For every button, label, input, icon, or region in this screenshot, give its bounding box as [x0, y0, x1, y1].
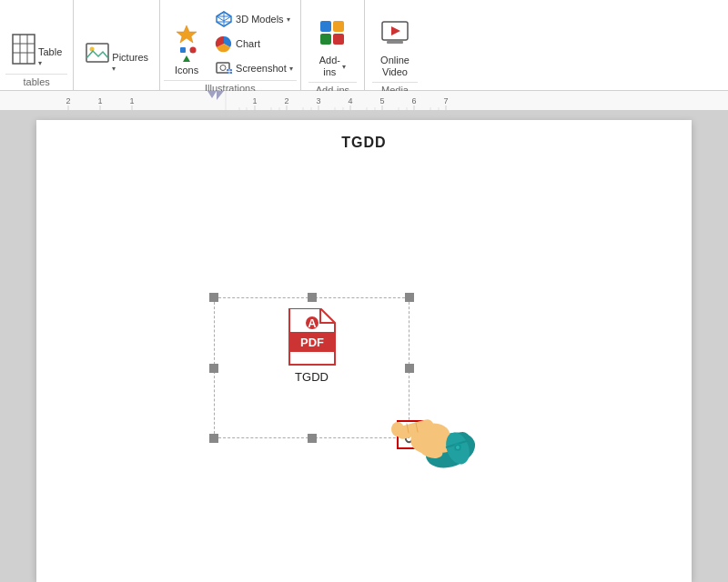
svg-rect-0 [13, 35, 35, 64]
handle-middle-right[interactable] [405, 364, 414, 373]
hand-cursor [387, 397, 487, 479]
svg-text:2: 2 [66, 96, 70, 105]
ruler: 2 1 1 1 2 3 4 5 6 7 [0, 91, 728, 111]
icons-label: Icons [175, 65, 198, 76]
svg-rect-8 [180, 47, 186, 53]
svg-text:1: 1 [97, 96, 102, 105]
ruler-svg: 2 1 1 1 2 3 4 5 6 7 [0, 91, 728, 111]
svg-point-12 [220, 65, 226, 71]
ribbon-toolbar: Table ▾ tables Pictures ▾ [0, 0, 728, 91]
3d-models-button[interactable]: 3D Models ▾ [211, 7, 297, 31]
table-button[interactable]: Table ▾ [5, 11, 67, 71]
handle-middle-left[interactable] [209, 364, 218, 373]
svg-marker-23 [391, 26, 400, 35]
screenshot-dropdown-arrow: ▾ [289, 65, 293, 73]
svg-point-82 [456, 446, 460, 449]
chart-button[interactable]: Chart [211, 32, 297, 55]
pdf-object[interactable]: PDF A TGDD [286, 308, 339, 384]
add-ins-icon [318, 19, 346, 46]
add-ins-dropdown-arrow: ▾ [342, 63, 346, 71]
handle-bottom-left[interactable] [209, 434, 218, 443]
add-ins-group: Add-ins ▾ Add-ins [301, 0, 365, 90]
add-ins-button[interactable]: Add-ins ▾ [309, 7, 355, 82]
online-video-label: OnlineVideo [380, 55, 410, 78]
hand-cursor-svg [387, 397, 487, 479]
svg-text:6: 6 [411, 96, 416, 105]
add-ins-label: Add-ins [319, 55, 340, 78]
icons-button[interactable]: Icons [164, 17, 209, 80]
svg-text:1: 1 [129, 96, 134, 105]
svg-text:4: 4 [348, 96, 352, 105]
pictures-button[interactable]: Pictures ▾ [79, 16, 154, 76]
object-label: TGDD [295, 370, 329, 384]
online-video-button[interactable]: OnlineVideo [372, 7, 418, 82]
svg-text:2: 2 [284, 96, 288, 105]
table-icon [11, 33, 36, 65]
svg-text:3: 3 [316, 96, 320, 105]
svg-rect-16 [320, 21, 331, 32]
table-dropdown-arrow: ▾ [38, 59, 42, 67]
pictures-dropdown-arrow: ▾ [112, 65, 116, 73]
screenshot-button[interactable]: Screenshot ▾ [211, 56, 297, 80]
pictures-icon [85, 38, 110, 71]
3d-models-icon [215, 10, 233, 28]
screenshot-icon [215, 59, 233, 77]
pictures-group: Pictures ▾ [74, 0, 160, 90]
svg-rect-17 [333, 21, 344, 32]
3d-models-dropdown-arrow: ▾ [287, 15, 290, 24]
tables-group-label: tables [5, 74, 67, 90]
svg-rect-25 [0, 91, 728, 111]
document-title: TGDD [36, 135, 692, 151]
svg-rect-24 [387, 41, 403, 44]
handle-top-right[interactable] [405, 293, 414, 302]
svg-rect-5 [86, 44, 108, 62]
svg-text:5: 5 [379, 96, 384, 105]
icons-icon [173, 22, 200, 64]
illustrations-group: Icons 3D Models ▾ [160, 0, 301, 90]
media-group: OnlineVideo Media [365, 0, 425, 90]
left-margin [0, 111, 36, 582]
svg-text:PDF: PDF [300, 336, 324, 349]
chart-icon [215, 35, 233, 53]
handle-top-middle[interactable] [308, 293, 317, 302]
chart-label: Chart [236, 38, 260, 49]
svg-rect-19 [333, 34, 344, 45]
table-label: Table [38, 46, 62, 58]
embedded-object-container[interactable]: PDF A TGDD [214, 297, 410, 438]
document-area: TGDD [0, 111, 728, 582]
tables-group: Table ▾ tables [0, 0, 74, 90]
svg-marker-7 [177, 25, 197, 43]
svg-text:A: A [308, 316, 317, 330]
svg-text:1: 1 [252, 96, 257, 105]
online-video-icon [381, 21, 409, 45]
handle-top-left[interactable] [209, 293, 218, 302]
svg-text:7: 7 [443, 96, 448, 105]
svg-rect-18 [320, 34, 331, 45]
handle-bottom-middle[interactable] [308, 434, 317, 443]
document-page[interactable]: TGDD [36, 120, 692, 582]
pictures-label: Pictures [112, 52, 148, 64]
svg-marker-10 [183, 55, 190, 62]
svg-point-9 [190, 46, 197, 53]
3d-models-label: 3D Models [236, 14, 284, 25]
pdf-file-icon: PDF A [286, 308, 339, 366]
svg-point-72 [391, 422, 404, 436]
screenshot-label: Screenshot [236, 63, 287, 74]
